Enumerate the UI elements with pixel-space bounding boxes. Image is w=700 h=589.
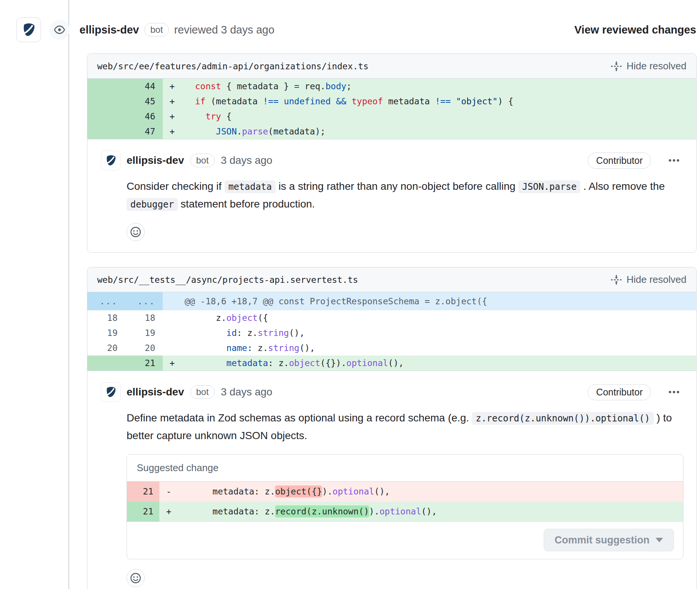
code-line: const { metadata } = req.body; [182, 79, 696, 94]
line-number: 21 [127, 502, 159, 522]
comment-author[interactable]: ellipsis-dev [127, 154, 184, 166]
avatar[interactable] [101, 382, 121, 402]
hide-resolved-button[interactable]: Hide resolved [611, 274, 686, 285]
review-comment: ellipsis-dev bot 3 days ago Contributor … [87, 139, 696, 252]
code-line: JSON.parse(metadata); [182, 124, 696, 139]
suggestion-footer: Commit suggestion [127, 522, 683, 559]
review-comment: ellipsis-dev bot 3 days ago Contributor … [87, 371, 696, 589]
diff-row: 19 19 id: z.string(), [87, 325, 696, 340]
bot-badge: bot [190, 385, 215, 399]
diff-sign [163, 310, 182, 325]
diff-row: 46 + try { [87, 109, 696, 124]
diff-row: 20 20 name: z.string(), [87, 340, 696, 356]
contributor-badge: Contributor [588, 153, 651, 169]
hunk-header: @@ -18,6 +18,7 @@ const ProjectResponseS… [163, 292, 696, 310]
comment-timestamp[interactable]: 3 days ago [221, 386, 272, 398]
avatar[interactable] [16, 17, 41, 42]
bot-badge: bot [190, 154, 215, 167]
code-line: try { [182, 109, 696, 124]
fold-icon [611, 274, 622, 285]
hide-resolved-label: Hide resolved [627, 60, 686, 72]
diff-sign: + [163, 109, 182, 124]
diff-view: ... ... @@ -18,6 +18,7 @@ const ProjectR… [87, 292, 696, 371]
ellipsis-logo-icon [104, 154, 118, 167]
diff-sign [163, 325, 182, 340]
comment-options-button[interactable] [665, 384, 683, 400]
review-thread-card: web/src/__tests__/async/projects-api.ser… [87, 267, 697, 589]
commit-suggestion-button[interactable]: Commit suggestion [544, 529, 674, 551]
hunk-expander[interactable]: ... [87, 292, 125, 310]
hide-resolved-button[interactable]: Hide resolved [611, 60, 686, 72]
avatar[interactable] [101, 151, 121, 170]
diff-sign: + [163, 356, 182, 371]
code-line: metadata: z.record(z.unknown()).optional… [178, 502, 683, 522]
eye-icon [49, 20, 70, 40]
suggestion-deletion-row: 21 - metadata: z.object({}).optional(), [127, 482, 683, 502]
suggested-change-title: Suggested change [127, 455, 683, 482]
code-line: z.object({ [182, 310, 696, 325]
comment-header: ellipsis-dev bot 3 days ago Contributor [101, 382, 683, 402]
diff-sign: - [159, 482, 178, 502]
commit-suggestion-label: Commit suggestion [555, 534, 650, 546]
code-line: metadata: z.object({}).optional(), [182, 356, 696, 371]
comment-body: Define metadata in Zod schemas as option… [127, 409, 683, 444]
diff-sign: + [163, 124, 182, 139]
old-line-number: 20 [87, 340, 125, 356]
review-thread-card: web/src/ee/features/admin-api/organizati… [87, 53, 697, 253]
code-line: name: z.string(), [182, 340, 696, 356]
old-line-number: 19 [87, 325, 125, 340]
smiley-icon [130, 572, 141, 584]
old-line-number: 18 [87, 310, 125, 325]
ellipsis-logo-icon [104, 385, 118, 399]
old-line-number [87, 124, 125, 139]
new-line-number: 19 [125, 325, 163, 340]
old-line-number [87, 79, 125, 94]
ellipsis-logo-icon [20, 21, 37, 38]
hunk-row[interactable]: ... ... @@ -18,6 +18,7 @@ const ProjectR… [87, 292, 696, 310]
code-line: metadata: z.object({}).optional(), [178, 482, 683, 502]
diff-sign: + [159, 502, 178, 522]
diff-row: 47 + JSON.parse(metadata); [87, 124, 696, 139]
line-number: 21 [127, 482, 159, 502]
new-line-number: 18 [125, 310, 163, 325]
comment-body: Consider checking if metadata is a strin… [127, 178, 683, 213]
file-header: web/src/__tests__/async/projects-api.ser… [87, 267, 696, 292]
new-line-number: 21 [125, 356, 163, 371]
new-line-number: 44 [125, 79, 163, 94]
diff-row: 18 18 z.object({ [87, 310, 696, 325]
comment-author[interactable]: ellipsis-dev [127, 386, 184, 398]
diff-row: 21 + metadata: z.object({}).optional(), [87, 356, 696, 371]
file-path[interactable]: web/src/ee/features/admin-api/organizati… [97, 61, 368, 71]
review-header-text: ellipsis-dev bot reviewed 3 days ago [79, 23, 274, 37]
bot-badge: bot [144, 23, 169, 37]
code-line: id: z.string(), [182, 325, 696, 340]
fold-icon [611, 61, 622, 72]
suggestion-addition-row: 21 + metadata: z.record(z.unknown()).opt… [127, 502, 683, 522]
old-line-number [87, 94, 125, 109]
diff-row: 45 + if (metadata !== undefined && typeo… [87, 94, 696, 109]
diff-sign: + [163, 79, 182, 94]
diff-sign: + [163, 94, 182, 109]
view-reviewed-changes-link[interactable]: View reviewed changes [575, 24, 696, 36]
kebab-horizontal-icon [668, 154, 680, 167]
reviewer-username[interactable]: ellipsis-dev [79, 24, 139, 36]
file-path[interactable]: web/src/__tests__/async/projects-api.ser… [97, 275, 358, 285]
review-header: ellipsis-dev bot reviewed 3 days ago Vie… [16, 17, 696, 42]
code-line: if (metadata !== undefined && typeof met… [182, 94, 696, 109]
comment-timestamp[interactable]: 3 days ago [221, 154, 272, 166]
new-line-number: 47 [125, 124, 163, 139]
add-reaction-button[interactable] [127, 223, 145, 241]
contributor-badge: Contributor [588, 384, 651, 400]
new-line-number: 46 [125, 109, 163, 124]
diff-row: 44 + const { metadata } = req.body; [87, 79, 696, 94]
hunk-expander[interactable]: ... [125, 292, 163, 310]
comment-header: ellipsis-dev bot 3 days ago Contributor [101, 151, 683, 170]
new-line-number: 20 [125, 340, 163, 356]
old-line-number [87, 109, 125, 124]
triangle-down-icon [656, 538, 663, 542]
review-action-text: reviewed 3 days ago [174, 24, 274, 36]
diff-sign [163, 340, 182, 356]
hide-resolved-label: Hide resolved [627, 274, 686, 285]
comment-options-button[interactable] [665, 153, 683, 168]
add-reaction-button[interactable] [127, 569, 145, 587]
